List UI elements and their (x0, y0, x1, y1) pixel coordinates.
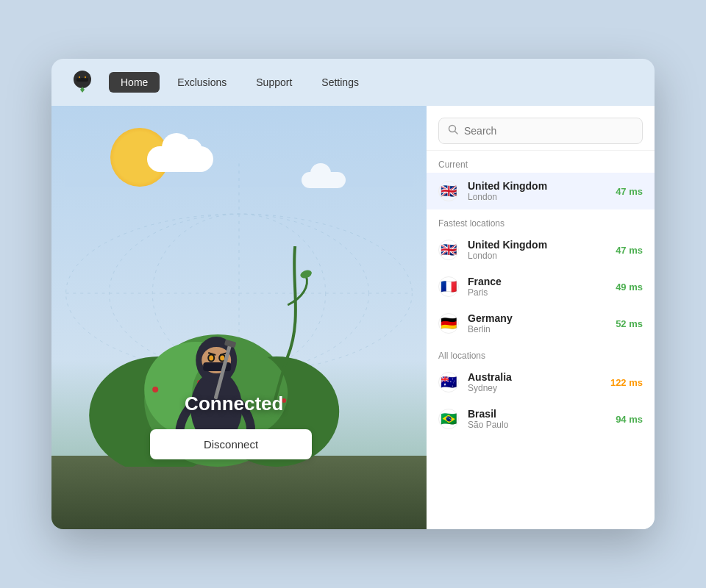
ground (51, 456, 427, 529)
city-name: São Paulo (468, 420, 607, 430)
latency-value: 122 ms (610, 377, 643, 388)
svg-point-18 (152, 387, 158, 392)
connection-status-text: Connected (185, 392, 283, 415)
country-name: Australia (468, 371, 602, 383)
current-latency: 47 ms (616, 186, 643, 197)
app-window: Home Exclusions Support Settings (51, 59, 655, 529)
list-item[interactable]: 🇫🇷 France Paris 49 ms (427, 268, 655, 305)
cloud-2 (302, 172, 346, 188)
svg-point-5 (79, 76, 80, 78)
svg-rect-2 (76, 78, 88, 82)
main-content: Connected Disconnect (51, 106, 655, 529)
current-city: London (468, 192, 607, 202)
search-container (427, 106, 655, 151)
right-panel: Current 🇬🇧 United Kingdom London 47 ms F… (427, 106, 655, 529)
app-logo (69, 69, 96, 96)
current-location-item[interactable]: 🇬🇧 United Kingdom London 47 ms (427, 173, 655, 209)
flag-icon: 🇩🇪 (438, 313, 459, 334)
search-icon (448, 124, 458, 137)
svg-point-29 (220, 356, 224, 361)
country-name: Brasil (468, 408, 607, 420)
svg-point-28 (209, 356, 213, 361)
latency-value: 52 ms (616, 318, 643, 329)
country-name: Germany (468, 312, 607, 324)
latency-value: 49 ms (616, 282, 643, 293)
svg-rect-25 (203, 362, 231, 371)
country-name: France (468, 276, 607, 287)
svg-line-37 (455, 132, 458, 135)
illustration-panel: Connected Disconnect (51, 106, 427, 529)
city-name: Berlin (468, 324, 607, 334)
city-name: Paris (468, 287, 607, 298)
search-input[interactable] (464, 125, 633, 137)
city-name: London (468, 251, 607, 261)
fastest-section-label: Fastest locations (427, 209, 655, 232)
disconnect-button[interactable]: Disconnect (150, 429, 312, 459)
list-item[interactable]: 🇧🇷 Brasil São Paulo 94 ms (427, 401, 655, 437)
nav-support[interactable]: Support (244, 72, 304, 93)
location-info: Australia Sydney (468, 371, 602, 393)
latency-value: 94 ms (616, 414, 643, 425)
location-info: Brasil São Paulo (468, 408, 607, 430)
locations-list[interactable]: Current 🇬🇧 United Kingdom London 47 ms F… (427, 151, 655, 529)
list-item[interactable]: 🇩🇪 Germany Berlin 52 ms (427, 305, 655, 342)
flag-icon: 🇬🇧 (438, 240, 459, 260)
nav-settings[interactable]: Settings (310, 72, 371, 93)
svg-point-6 (85, 76, 86, 78)
cloud-1 (147, 146, 213, 172)
current-location-info: United Kingdom London (468, 180, 607, 202)
city-name: Sydney (468, 383, 602, 393)
flag-icon: 🇫🇷 (438, 276, 459, 297)
flag-icon: 🇦🇺 (438, 372, 459, 392)
location-info: United Kingdom London (468, 239, 607, 261)
latency-value: 47 ms (616, 245, 643, 256)
country-name: United Kingdom (468, 239, 607, 251)
nav-home[interactable]: Home (109, 72, 160, 93)
all-section-label: All locations (427, 342, 655, 364)
nav-bar: Home Exclusions Support Settings (51, 59, 655, 106)
current-country: United Kingdom (468, 180, 607, 192)
nav-exclusions[interactable]: Exclusions (165, 72, 238, 93)
location-info: Germany Berlin (468, 312, 607, 334)
location-info: France Paris (468, 276, 607, 298)
flag-icon: 🇧🇷 (438, 409, 459, 429)
list-item[interactable]: 🇬🇧 United Kingdom London 47 ms (427, 232, 655, 268)
list-item[interactable]: 🇦🇺 Australia Sydney 122 ms (427, 364, 655, 401)
current-section-label: Current (427, 151, 655, 173)
search-box[interactable] (438, 118, 643, 144)
current-flag: 🇬🇧 (438, 181, 459, 201)
